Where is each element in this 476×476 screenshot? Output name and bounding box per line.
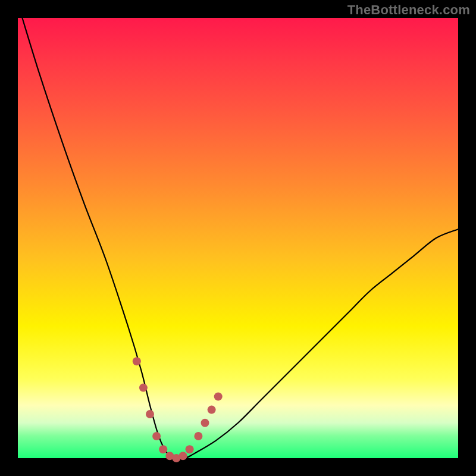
highlight-dot xyxy=(139,384,148,392)
highlight-dot xyxy=(208,406,216,414)
highlight-dot xyxy=(201,419,209,427)
chart-svg xyxy=(18,18,458,458)
highlight-dot xyxy=(186,445,194,453)
highlight-dot xyxy=(152,432,161,440)
chart-frame: TheBottleneck.com xyxy=(0,0,476,476)
highlight-dot xyxy=(159,445,167,453)
plot-area xyxy=(18,18,458,458)
highlight-dot xyxy=(194,432,202,440)
highlight-dots xyxy=(133,357,223,462)
highlight-dot xyxy=(133,357,141,365)
highlight-dot xyxy=(214,392,223,400)
highlight-dot xyxy=(146,410,154,418)
watermark-label: TheBottleneck.com xyxy=(347,2,470,18)
highlight-dot xyxy=(179,452,187,460)
bottleneck-curve xyxy=(22,18,458,459)
